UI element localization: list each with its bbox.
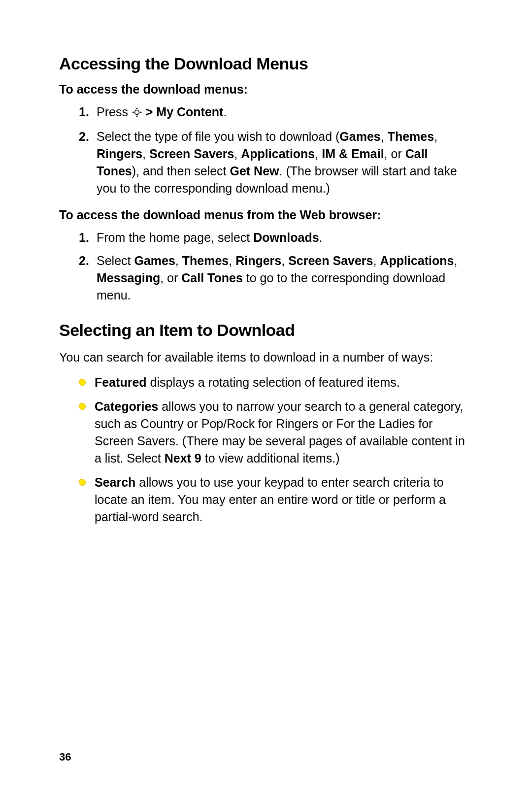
step-text: Select the type of file you wish to down… bbox=[97, 130, 457, 195]
svg-point-3 bbox=[132, 112, 133, 113]
heading-selecting-item: Selecting an Item to Download bbox=[59, 321, 473, 340]
bullet-text: Featured displays a rotating selection o… bbox=[95, 375, 400, 389]
step-text: Select Games, Themes, Ringers, Screen Sa… bbox=[97, 254, 457, 302]
intro-paragraph: You can search for available items to do… bbox=[59, 349, 473, 366]
svg-point-0 bbox=[134, 110, 139, 115]
step-number: 2. bbox=[79, 128, 89, 145]
step-number: 1. bbox=[79, 229, 89, 246]
bullet-icon bbox=[79, 379, 86, 386]
bullet-text: Categories allows you to narrow your sea… bbox=[95, 399, 465, 465]
steps-access-from-browser: 1. From the home page, select Downloads.… bbox=[59, 229, 473, 304]
step-period: . bbox=[223, 105, 227, 119]
step-number: 2. bbox=[79, 252, 89, 269]
nav-key-icon bbox=[132, 105, 142, 122]
step-1: 1. Press > My Content. bbox=[79, 103, 473, 122]
steps-access-download: 1. Press > My Content. 2. Select the typ… bbox=[59, 103, 473, 197]
manual-page: Accessing the Download Menus To access t… bbox=[0, 0, 532, 798]
step-1: 1. From the home page, select Downloads. bbox=[79, 229, 473, 246]
svg-point-4 bbox=[140, 112, 141, 113]
bullet-text: Search allows you to use your keypad to … bbox=[95, 475, 446, 524]
section-selecting-item: Selecting an Item to Download You can se… bbox=[59, 321, 473, 526]
step-text: From the home page, select Downloads. bbox=[97, 231, 323, 244]
step-number: 1. bbox=[79, 103, 89, 121]
bullet-icon bbox=[79, 479, 86, 486]
svg-point-2 bbox=[136, 116, 137, 117]
step-bold: > My Content bbox=[142, 105, 224, 119]
list-item: Featured displays a rotating selection o… bbox=[79, 374, 473, 391]
page-number: 36 bbox=[59, 751, 71, 764]
bullet-icon bbox=[79, 403, 86, 410]
list-item: Search allows you to use your keypad to … bbox=[79, 474, 473, 526]
step-text: Press bbox=[97, 105, 132, 119]
heading-accessing-download-menus: Accessing the Download Menus bbox=[59, 54, 473, 73]
step-2: 2. Select the type of file you wish to d… bbox=[79, 128, 473, 197]
step-2: 2. Select Games, Themes, Ringers, Screen… bbox=[79, 252, 473, 304]
svg-point-1 bbox=[136, 108, 137, 109]
list-item: Categories allows you to narrow your sea… bbox=[79, 398, 473, 467]
subhead-access-download-menus: To access the download menus: bbox=[59, 82, 473, 97]
search-options-list: Featured displays a rotating selection o… bbox=[59, 374, 473, 526]
subhead-access-from-browser: To access the download menus from the We… bbox=[59, 208, 473, 222]
